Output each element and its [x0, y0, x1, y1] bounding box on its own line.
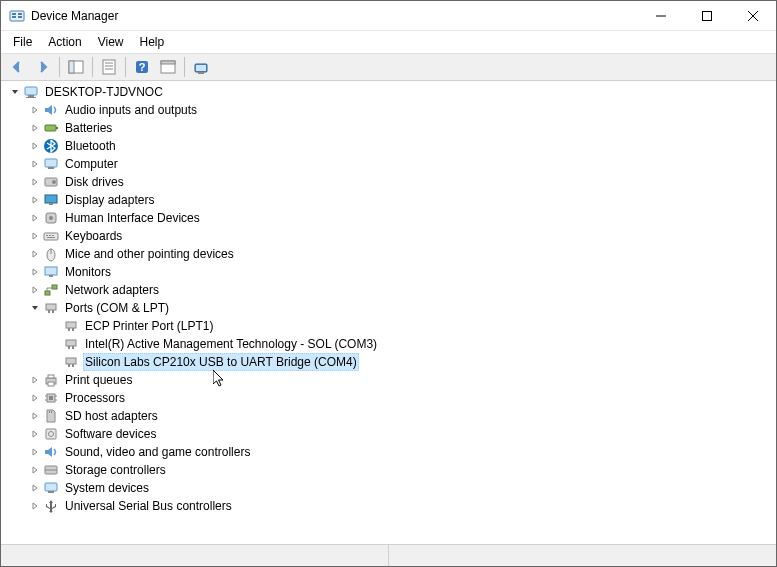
- tree-category[interactable]: Computer: [1, 155, 776, 173]
- tree-category-label[interactable]: Batteries: [63, 119, 114, 137]
- tree-category[interactable]: Mice and other pointing devices: [1, 245, 776, 263]
- expander-icon[interactable]: [27, 210, 43, 226]
- menubar: File Action View Help: [1, 31, 776, 53]
- tree-category[interactable]: System devices: [1, 479, 776, 497]
- svg-rect-57: [48, 375, 54, 378]
- forward-button[interactable]: [31, 55, 55, 79]
- properties-button[interactable]: [97, 55, 121, 79]
- back-button[interactable]: [5, 55, 29, 79]
- tree-root-label[interactable]: DESKTOP-TJDVNOC: [43, 83, 165, 101]
- expander-icon[interactable]: [27, 156, 43, 172]
- svg-rect-5: [703, 11, 712, 20]
- disk-icon: [43, 174, 59, 190]
- expander-icon[interactable]: [27, 408, 43, 424]
- tree-category-label[interactable]: Human Interface Devices: [63, 209, 202, 227]
- port-item-icon: [63, 336, 79, 352]
- tree-category-label[interactable]: Storage controllers: [63, 461, 168, 479]
- tree-category[interactable]: Human Interface Devices: [1, 209, 776, 227]
- menu-view[interactable]: View: [90, 33, 132, 51]
- menu-action[interactable]: Action: [40, 33, 89, 51]
- tree-category[interactable]: Keyboards: [1, 227, 776, 245]
- svg-rect-1: [12, 13, 16, 15]
- expander-icon[interactable]: [27, 444, 43, 460]
- tree-category-label[interactable]: Audio inputs and outputs: [63, 101, 199, 119]
- device-tree[interactable]: DESKTOP-TJDVNOC Audio inputs and outputs…: [1, 81, 776, 544]
- tree-category-label[interactable]: Ports (COM & LPT): [63, 299, 171, 317]
- expander-icon[interactable]: [27, 138, 43, 154]
- tree-device-label[interactable]: ECP Printer Port (LPT1): [83, 317, 215, 335]
- expander-icon[interactable]: [27, 426, 43, 442]
- tree-category-label[interactable]: Keyboards: [63, 227, 124, 245]
- expander-icon[interactable]: [27, 264, 43, 280]
- tree-device[interactable]: Intel(R) Active Management Technology - …: [1, 335, 776, 353]
- tree-device-label[interactable]: Silicon Labs CP210x USB to UART Bridge (…: [83, 353, 359, 371]
- tree-category-label[interactable]: Monitors: [63, 263, 113, 281]
- tree-device[interactable]: Silicon Labs CP210x USB to UART Bridge (…: [1, 353, 776, 371]
- tree-category[interactable]: Audio inputs and outputs: [1, 101, 776, 119]
- tree-category-label[interactable]: Network adapters: [63, 281, 161, 299]
- minimize-button[interactable]: [638, 1, 684, 31]
- svg-rect-25: [45, 159, 57, 167]
- tree-category[interactable]: Print queues: [1, 371, 776, 389]
- tree-category-label[interactable]: Print queues: [63, 371, 134, 389]
- usb-icon: [43, 498, 59, 514]
- expander-icon[interactable]: [27, 480, 43, 496]
- software-icon: [43, 426, 59, 442]
- tree-category-label[interactable]: Universal Serial Bus controllers: [63, 497, 234, 515]
- tree-category[interactable]: Batteries: [1, 119, 776, 137]
- expander-icon[interactable]: [27, 102, 43, 118]
- tree-device-label[interactable]: Intel(R) Active Management Technology - …: [83, 335, 379, 353]
- tree-category[interactable]: Ports (COM & LPT): [1, 299, 776, 317]
- expander-icon[interactable]: [7, 84, 23, 100]
- tree-category-label[interactable]: Mice and other pointing devices: [63, 245, 236, 263]
- close-button[interactable]: [730, 1, 776, 31]
- expander-icon[interactable]: [27, 372, 43, 388]
- tree-category[interactable]: Bluetooth: [1, 137, 776, 155]
- tree-category-label[interactable]: Computer: [63, 155, 120, 173]
- tree-category-label[interactable]: Processors: [63, 389, 127, 407]
- tree-category[interactable]: Sound, video and game controllers: [1, 443, 776, 461]
- svg-rect-65: [49, 411, 50, 413]
- toolbar-separator: [92, 57, 93, 77]
- tree-category[interactable]: Storage controllers: [1, 461, 776, 479]
- expander-icon[interactable]: [27, 228, 43, 244]
- menu-file[interactable]: File: [5, 33, 40, 51]
- svg-rect-47: [66, 322, 76, 328]
- tree-category-label[interactable]: Software devices: [63, 425, 158, 443]
- tree-category-label[interactable]: Sound, video and game controllers: [63, 443, 252, 461]
- expander-icon[interactable]: [27, 192, 43, 208]
- svg-rect-46: [52, 310, 54, 313]
- tree-category-label[interactable]: System devices: [63, 479, 151, 497]
- mouse-icon: [43, 246, 59, 262]
- svg-rect-3: [18, 13, 22, 15]
- help-button[interactable]: ?: [130, 55, 154, 79]
- expander-icon[interactable]: [27, 300, 43, 316]
- svg-rect-67: [46, 429, 56, 439]
- menu-help[interactable]: Help: [132, 33, 173, 51]
- tree-category[interactable]: Universal Serial Bus controllers: [1, 497, 776, 515]
- tree-category[interactable]: Processors: [1, 389, 776, 407]
- expander-icon[interactable]: [27, 282, 43, 298]
- tree-device[interactable]: ECP Printer Port (LPT1): [1, 317, 776, 335]
- tree-root[interactable]: DESKTOP-TJDVNOC: [1, 83, 776, 101]
- scan-hardware-button[interactable]: [189, 55, 213, 79]
- expander-icon[interactable]: [27, 462, 43, 478]
- tree-category-label[interactable]: Bluetooth: [63, 137, 118, 155]
- tree-category[interactable]: SD host adapters: [1, 407, 776, 425]
- action-button[interactable]: [156, 55, 180, 79]
- expander-icon[interactable]: [27, 498, 43, 514]
- expander-icon[interactable]: [27, 174, 43, 190]
- show-hide-tree-button[interactable]: [64, 55, 88, 79]
- tree-category[interactable]: Monitors: [1, 263, 776, 281]
- expander-icon[interactable]: [27, 246, 43, 262]
- tree-category-label[interactable]: Disk drives: [63, 173, 126, 191]
- expander-icon[interactable]: [27, 120, 43, 136]
- expander-icon[interactable]: [27, 390, 43, 406]
- tree-category-label[interactable]: Display adapters: [63, 191, 156, 209]
- tree-category[interactable]: Software devices: [1, 425, 776, 443]
- maximize-button[interactable]: [684, 1, 730, 31]
- tree-category[interactable]: Display adapters: [1, 191, 776, 209]
- tree-category-label[interactable]: SD host adapters: [63, 407, 160, 425]
- tree-category[interactable]: Network adapters: [1, 281, 776, 299]
- tree-category[interactable]: Disk drives: [1, 173, 776, 191]
